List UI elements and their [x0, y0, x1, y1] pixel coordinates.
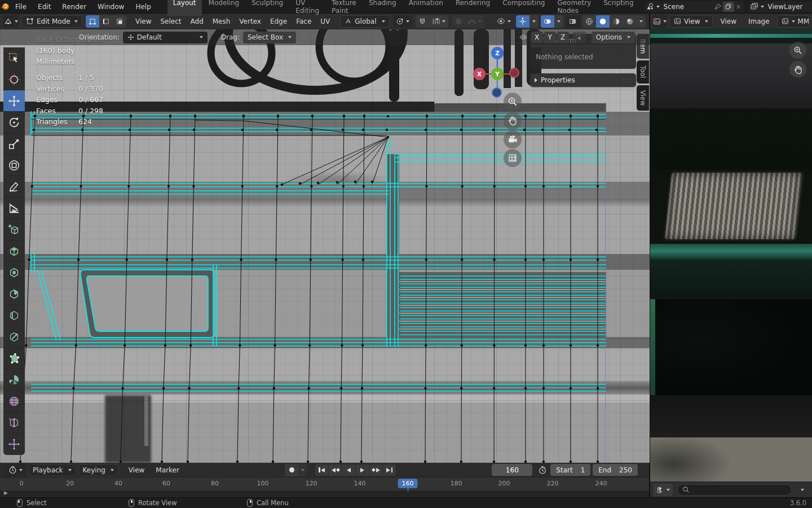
gizmo-z-axis[interactable]: Z — [491, 47, 504, 59]
image-menu[interactable]: Image — [744, 17, 774, 25]
gizmo-x-negative[interactable] — [509, 68, 519, 78]
tool-button-scale[interactable] — [3, 133, 25, 155]
viewport-menu-item[interactable]: Edge — [266, 17, 292, 25]
shading-settings-dropdown[interactable] — [637, 15, 646, 28]
viewport-menu-item[interactable]: Mesh — [208, 17, 235, 25]
auto-keying-toggle[interactable] — [285, 464, 298, 476]
workspace-tab[interactable]: Animation — [403, 0, 449, 16]
image-editor-type-button[interactable] — [653, 15, 667, 28]
gizmo-settings-dropdown[interactable] — [529, 15, 539, 28]
playback-menu[interactable]: Playback — [28, 464, 76, 476]
scene-icon[interactable] — [646, 1, 660, 13]
tool-button-cursor[interactable] — [3, 69, 25, 90]
tool-button-edge-slide[interactable] — [3, 412, 25, 433]
workspace-tab[interactable]: Modeling — [203, 0, 245, 16]
mode-dropdown[interactable]: Edit Mode — [21, 15, 82, 28]
pan-hand-button[interactable] — [504, 112, 522, 130]
camera-view-button[interactable] — [504, 130, 522, 148]
frame-start-field[interactable]: Start 1 — [550, 464, 590, 476]
auto-keying-dropdown[interactable] — [298, 464, 307, 476]
app-menu-item[interactable]: Render — [56, 3, 92, 11]
tool-button-smooth[interactable] — [3, 391, 25, 412]
snap-toggle-button[interactable] — [416, 15, 429, 28]
workspace-tab[interactable]: Scripting — [598, 0, 639, 16]
gizmo-x-axis[interactable]: X — [473, 68, 486, 80]
tool-button-shrink-fatten[interactable] — [3, 433, 25, 455]
current-frame-field[interactable]: 160 — [492, 464, 532, 476]
gizmo-y-axis[interactable]: Y — [491, 68, 504, 80]
image-zoom-button[interactable] — [789, 42, 806, 59]
tool-button-knife[interactable] — [3, 326, 25, 348]
vertex-select-mode-button[interactable] — [86, 15, 99, 28]
app-menu-item[interactable]: Help — [130, 3, 156, 11]
next-keyframe-button[interactable] — [369, 465, 382, 476]
scene-name-field[interactable]: Scene — [660, 2, 714, 12]
pin-icon[interactable] — [714, 3, 722, 11]
frame-end-field[interactable]: End 250 — [593, 464, 638, 476]
timeline-marker-menu[interactable]: Marker — [151, 466, 183, 474]
tool-button-inset-faces[interactable] — [3, 262, 25, 283]
timeline-channels[interactable]: ▶ — [0, 491, 649, 497]
object-visibility-dropdown[interactable] — [493, 15, 514, 28]
xray-toggle[interactable] — [566, 15, 580, 28]
play-reverse-button[interactable] — [342, 465, 355, 476]
tool-button-poly-build[interactable] — [3, 348, 25, 369]
workspace-tab[interactable]: UV Editing — [290, 0, 325, 16]
image-view-menu[interactable]: View — [716, 17, 740, 25]
tool-button-extrude-region[interactable] — [3, 240, 25, 262]
app-menu-item[interactable]: Edit — [32, 3, 56, 11]
navigation-gizmo[interactable]: Z X Y — [473, 49, 523, 100]
scene-unlink-icon[interactable]: × — [734, 3, 743, 11]
snap-base-icon[interactable] — [572, 32, 586, 43]
mirror-axis-button[interactable]: Z — [557, 32, 569, 43]
viewport-menu-item[interactable]: UV — [316, 17, 334, 25]
channel-expand-icon[interactable]: ▶ — [4, 490, 8, 496]
play-button[interactable] — [356, 465, 369, 476]
panel-grip-icon[interactable]: :::: — [623, 77, 632, 83]
n-panel-tab[interactable]: View — [637, 85, 649, 111]
jump-to-start-button[interactable] — [315, 465, 328, 476]
perspective-toggle-button[interactable] — [504, 149, 522, 167]
show-gizmo-toggle[interactable] — [516, 15, 529, 28]
tool-button-tweak-select[interactable] — [3, 47, 25, 69]
tool-button-add-cube[interactable] — [3, 219, 25, 240]
show-overlays-toggle[interactable] — [541, 15, 554, 28]
pivot-point-dropdown[interactable] — [393, 15, 412, 28]
jump-to-end-button[interactable] — [383, 465, 396, 476]
orientation-setting-dropdown[interactable]: Default — [123, 32, 208, 43]
image-datablock-selector[interactable]: MMP- — [777, 15, 809, 28]
tool-options-dropdown[interactable]: Options — [592, 32, 635, 43]
tool-button-spin[interactable] — [3, 369, 25, 391]
proportional-falloff-dropdown[interactable] — [465, 15, 484, 28]
image-pan-button[interactable] — [789, 61, 806, 78]
edge-select-mode-button[interactable] — [99, 15, 113, 28]
previous-keyframe-button[interactable] — [329, 465, 342, 476]
snap-settings-dropdown[interactable] — [429, 15, 448, 28]
viewport-menu-item[interactable]: View — [131, 17, 156, 25]
image-display-mode-dropdown[interactable]: View — [669, 15, 713, 28]
overlay-settings-dropdown[interactable] — [554, 15, 563, 28]
editor-type-button[interactable] — [3, 15, 18, 28]
viewport-menu-item[interactable]: Face — [292, 17, 316, 25]
properties-panel-header[interactable]: Properties :::: — [530, 73, 636, 87]
tool-button-bevel[interactable] — [3, 283, 25, 305]
wireframe-shading-button[interactable] — [582, 15, 596, 28]
playhead[interactable]: 160 — [398, 479, 418, 488]
viewport-menu-item[interactable]: Select — [156, 17, 186, 25]
viewlayer-icon[interactable] — [750, 1, 765, 13]
tool-button-rotate[interactable] — [3, 112, 25, 133]
keying-menu[interactable]: Keying — [78, 464, 118, 476]
mirror-icon[interactable] — [519, 33, 528, 42]
search-field[interactable] — [677, 484, 792, 496]
tool-button-move[interactable] — [3, 90, 25, 112]
app-menu-item[interactable]: Window — [92, 3, 130, 11]
gizmo-z-negative[interactable] — [492, 87, 502, 98]
mirror-axis-button[interactable]: Y — [544, 32, 556, 43]
tool-button-transform[interactable] — [3, 155, 25, 176]
viewlayer-name-field[interactable]: ViewLayer — [765, 2, 812, 12]
tool-button-measure[interactable] — [3, 198, 25, 219]
transform-orientation-dropdown[interactable]: Global — [340, 15, 389, 28]
workspace-tab[interactable]: Rendering — [450, 0, 496, 16]
workspace-tab[interactable]: Texture Paint — [326, 0, 362, 16]
workspace-tab[interactable]: Geometry Nodes — [551, 0, 597, 16]
